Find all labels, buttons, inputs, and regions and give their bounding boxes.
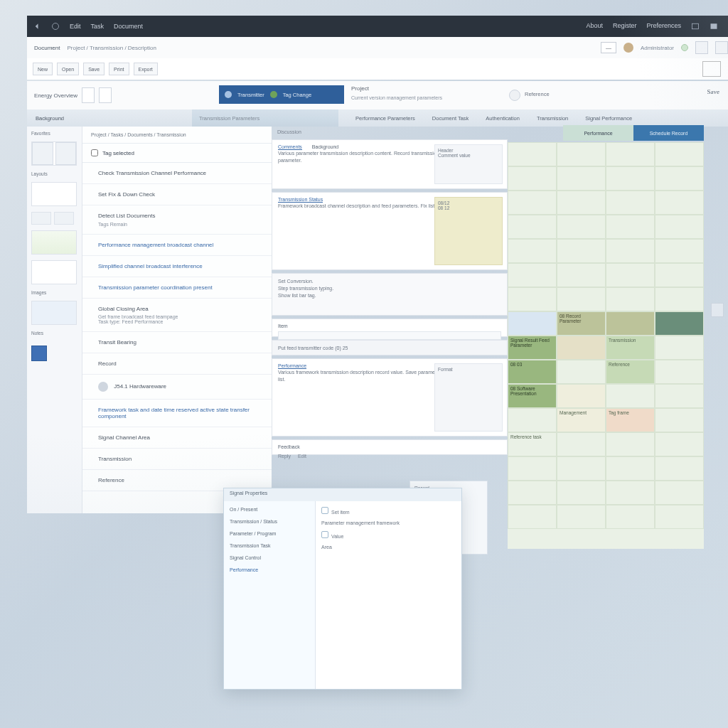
cal-cell[interactable] xyxy=(655,505,704,529)
cal-cell[interactable] xyxy=(606,287,655,311)
list-item[interactable]: Global Closing Area Get frame broadcast … xyxy=(82,299,272,332)
cal-cell[interactable] xyxy=(655,408,704,432)
panel-tab[interactable]: Background xyxy=(312,144,338,150)
cal-cell[interactable] xyxy=(557,142,606,166)
cal-cell[interactable] xyxy=(508,191,557,215)
window-icon[interactable] xyxy=(691,22,700,31)
cal-cell[interactable] xyxy=(606,456,655,481)
cal-cell[interactable] xyxy=(606,215,655,239)
panel-tab[interactable]: Transmission Status xyxy=(278,197,323,203)
cal-cell[interactable]: 08 03 xyxy=(508,360,557,384)
cal-cell[interactable] xyxy=(655,456,704,481)
cal-cell[interactable] xyxy=(508,166,557,191)
sidebar-thumb[interactable] xyxy=(31,260,77,284)
toolbar-button[interactable]: Export xyxy=(134,63,158,75)
cal-cell[interactable] xyxy=(606,239,655,263)
sidebar-thumb[interactable] xyxy=(31,301,77,325)
cal-cell[interactable] xyxy=(655,263,704,287)
sidepanel-toggle[interactable] xyxy=(715,41,728,54)
back-icon[interactable] xyxy=(33,22,41,31)
cal-cell[interactable] xyxy=(606,384,655,408)
list-breadcrumb[interactable]: Project / Tasks / Documents / Transmissi… xyxy=(82,127,272,143)
colhdr[interactable]: Signal Performance xyxy=(568,115,632,122)
select-all-checkbox[interactable] xyxy=(91,149,98,156)
breadcrumb-path[interactable]: Project / Transmission / Description xyxy=(67,45,156,51)
cal-cell[interactable]: Signal Result Feed Parameter xyxy=(508,336,557,360)
cal-cell[interactable] xyxy=(606,191,655,215)
colhdr[interactable]: Background xyxy=(27,115,192,122)
cal-cell[interactable] xyxy=(655,432,704,456)
cal-cell[interactable] xyxy=(606,166,655,191)
list-item[interactable]: Framework task and date time reserved ac… xyxy=(82,400,272,427)
form-row[interactable]: Area xyxy=(321,545,456,550)
menubar-item[interactable]: Edit xyxy=(70,23,81,30)
cal-cell[interactable] xyxy=(557,215,606,239)
cal-cell[interactable] xyxy=(557,481,606,505)
cal-cell[interactable] xyxy=(655,215,704,239)
cal-cell[interactable] xyxy=(557,336,606,360)
list-item[interactable]: J54.1 Hardwareware xyxy=(82,375,272,400)
sidepanel-toggle[interactable] xyxy=(695,41,708,54)
collapse-handle[interactable] xyxy=(711,303,724,317)
calendar-tab[interactable]: Performance xyxy=(563,125,633,141)
cal-cell[interactable] xyxy=(557,239,606,263)
list-item[interactable]: Set Fix & Down Check xyxy=(82,184,272,205)
cal-cell[interactable]: Reference xyxy=(606,360,655,384)
panel-action[interactable]: Edit xyxy=(298,454,306,459)
cal-cell[interactable] xyxy=(606,432,655,456)
colhdr[interactable]: Authentication xyxy=(469,115,520,122)
menubar-item[interactable]: Document xyxy=(114,23,143,30)
list-item[interactable]: Check Transmission Channel Performance xyxy=(82,163,272,184)
cal-cell[interactable] xyxy=(557,287,606,311)
preview-thumb[interactable] xyxy=(702,61,721,77)
context-chip[interactable] xyxy=(82,87,95,103)
cal-cell[interactable] xyxy=(557,505,606,529)
panel-tab[interactable]: Performance xyxy=(278,363,306,369)
help-button[interactable]: — xyxy=(601,42,616,53)
cal-cell[interactable] xyxy=(557,191,606,215)
cal-cell[interactable] xyxy=(606,481,655,505)
cal-cell[interactable] xyxy=(606,505,655,529)
cal-cell[interactable] xyxy=(655,287,704,311)
panel-icon[interactable] xyxy=(710,22,718,31)
cal-cell[interactable] xyxy=(655,166,704,191)
calendar-tab-active[interactable]: Schedule Record xyxy=(633,125,704,141)
list-item[interactable]: Record xyxy=(82,353,272,375)
cal-cell[interactable] xyxy=(508,311,557,336)
cal-cell[interactable]: Tag frame xyxy=(606,408,655,432)
cal-cell[interactable] xyxy=(557,384,606,408)
cal-cell[interactable] xyxy=(557,166,606,191)
form-row[interactable]: Value xyxy=(321,531,456,539)
cal-cell[interactable] xyxy=(655,191,704,215)
menubar-right-item[interactable]: Preferences xyxy=(646,22,681,31)
list-item[interactable]: Transmission parameter coordination pres… xyxy=(82,277,272,299)
cal-cell[interactable] xyxy=(557,432,606,456)
cal-cell[interactable] xyxy=(508,456,557,481)
toolbar-button[interactable]: Print xyxy=(109,63,129,75)
colhdr[interactable]: Document Task xyxy=(415,115,469,122)
cal-cell[interactable] xyxy=(508,287,557,311)
accent-segment[interactable]: Transmitter Tag Change xyxy=(219,85,344,104)
sidebar-row[interactable] xyxy=(31,212,77,225)
panel-action[interactable]: Reply xyxy=(278,454,291,459)
cal-cell[interactable] xyxy=(508,263,557,287)
cal-cell[interactable] xyxy=(655,311,704,336)
menubar-right-item[interactable]: Register xyxy=(613,22,637,31)
colhdr[interactable]: Performance Parameters xyxy=(338,115,415,122)
sidebar-thumb[interactable] xyxy=(31,230,77,255)
cal-cell[interactable] xyxy=(508,239,557,263)
menubar-item[interactable]: Task xyxy=(91,23,105,30)
cal-cell[interactable] xyxy=(655,384,704,408)
cal-cell[interactable] xyxy=(557,360,606,384)
cal-cell[interactable] xyxy=(508,505,557,529)
list-item[interactable]: Simplified channel broadcast interferenc… xyxy=(82,256,272,277)
form-row[interactable]: Set item xyxy=(321,507,456,515)
cal-cell[interactable] xyxy=(606,263,655,287)
panel-input[interactable] xyxy=(278,331,501,340)
cal-cell[interactable] xyxy=(606,311,655,336)
list-item[interactable]: Signal Channel Area xyxy=(82,427,272,449)
save-button[interactable]: Save xyxy=(707,88,720,95)
cal-cell[interactable] xyxy=(557,263,606,287)
context-chip[interactable] xyxy=(99,87,112,103)
detail-window-title[interactable]: Signal Properties xyxy=(224,488,461,501)
